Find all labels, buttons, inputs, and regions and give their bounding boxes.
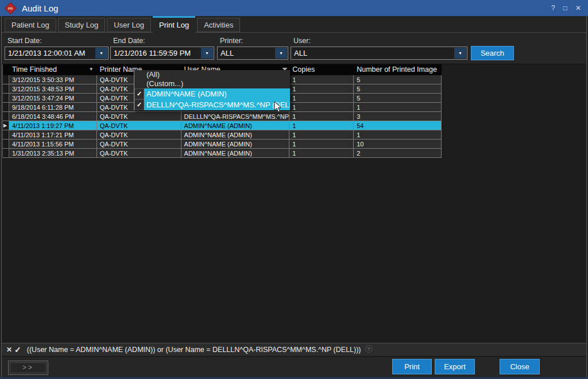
maximize-button[interactable]: □ — [563, 4, 567, 12]
user-filter-dropdown: (All) (Custom...) ✓ ADMIN^NAME (ADMIN) ✓… — [134, 70, 291, 111]
start-date-dropdown-button[interactable]: ▼ — [95, 48, 107, 59]
close-button[interactable]: Close — [500, 359, 540, 374]
mouse-cursor-icon — [274, 101, 283, 115]
table-row-selected[interactable]: ▶ 4/11/2013 1:19:27 PM QA-DVTK ADMIN^NAM… — [3, 121, 442, 130]
app-icon: PR — [5, 2, 17, 14]
main-content: Time Finished ▼ Printer Name User Name C… — [1, 64, 587, 343]
start-date-combo[interactable]: 1/21/2013 12:00:01 AM ▼ — [5, 47, 109, 60]
print-button[interactable]: Print — [392, 359, 432, 374]
window-border-right — [586, 16, 587, 377]
filter-option-all[interactable]: (All) — [134, 70, 290, 79]
checkbox — [134, 70, 144, 79]
window-border-left — [1, 16, 2, 377]
audit-log-window: PR Audit Log ? □ ✕ Patient Log Study Log… — [0, 0, 588, 379]
selected-row-indicator-icon: ▶ — [3, 123, 7, 128]
title-bar: PR Audit Log ? □ ✕ — [0, 0, 588, 16]
end-date-combo[interactable]: 1/21/2016 11:59:59 PM ▼ — [110, 47, 214, 60]
row-selector-gutter — [3, 130, 9, 140]
window-controls: ? □ ✕ — [551, 4, 581, 12]
filter-funnel-icon — [365, 345, 373, 355]
filter-expression: ((User Name = ADMIN^NAME (ADMIN)) or (Us… — [27, 346, 361, 354]
column-header-copies[interactable]: Copies — [289, 64, 354, 75]
user-label: User: — [293, 37, 311, 45]
active-filter-bar: ✕ ✓ ((User Name = ADMIN^NAME (ADMIN)) or… — [1, 343, 587, 357]
filter-panel: Start Date: 1/21/2013 12:00:01 AM ▼ End … — [1, 33, 587, 64]
tab-print-log[interactable]: Print Log — [153, 16, 195, 33]
row-selector-gutter: ▶ — [3, 121, 9, 130]
checked-checkbox[interactable]: ✓ — [134, 99, 144, 110]
chevron-down-icon: ▼ — [458, 51, 462, 55]
printer-label: Printer: — [220, 37, 243, 45]
user-value: ALL — [291, 47, 454, 59]
row-selector-gutter — [3, 112, 9, 121]
printer-dropdown-button[interactable]: ▼ — [275, 48, 287, 59]
end-date-label: End Date: — [113, 37, 145, 45]
printer-value: ALL — [218, 47, 274, 59]
tab-study-log[interactable]: Study Log — [58, 18, 106, 32]
row-selector-gutter — [3, 75, 9, 84]
row-selector-gutter — [3, 140, 9, 149]
footer-bar: >> Print Export Close — [1, 357, 587, 377]
remove-filter-button[interactable]: ✕ — [6, 346, 12, 354]
table-row[interactable]: 1/31/2013 2:35:13 PM QA-DVTK ADMIN^NAME … — [3, 149, 442, 158]
start-date-label: Start Date: — [7, 37, 42, 45]
close-window-button[interactable]: ✕ — [575, 4, 581, 12]
help-button[interactable]: ? — [551, 4, 555, 12]
chevron-down-icon: ▼ — [99, 51, 103, 55]
table-row[interactable]: 4/11/2013 1:15:56 PM QA-DVTK ADMIN^NAME … — [3, 140, 442, 149]
chevron-down-icon: ▼ — [279, 51, 283, 55]
search-button[interactable]: Search — [471, 46, 514, 60]
row-selector-gutter — [3, 84, 9, 94]
end-date-dropdown-button[interactable]: ▼ — [201, 48, 213, 59]
row-selector-header — [3, 64, 9, 75]
user-combo[interactable]: ALL ▼ — [291, 47, 467, 60]
end-date-value: 1/21/2016 11:59:59 PM — [111, 47, 200, 59]
checked-checkbox[interactable]: ✓ — [134, 88, 144, 99]
start-date-value: 1/21/2013 12:00:01 AM — [5, 47, 95, 59]
filter-option-custom[interactable]: (Custom...) — [134, 79, 290, 88]
window-title: Audit Log — [22, 3, 58, 13]
expand-button[interactable]: >> — [8, 361, 48, 375]
sort-desc-icon: ▼ — [89, 67, 94, 72]
row-selector-gutter — [3, 149, 9, 158]
table-row[interactable]: 6/18/2014 3:48:46 PM QA-DVTK DELLLN^QA-R… — [3, 112, 442, 121]
tab-user-log[interactable]: User Log — [107, 18, 151, 32]
column-header-number-printed[interactable]: Number of Printed Image — [354, 64, 442, 75]
row-selector-gutter — [3, 103, 9, 112]
checkbox — [134, 79, 144, 88]
tab-bar: Patient Log Study Log User Log Print Log… — [1, 16, 587, 33]
printer-combo[interactable]: ALL ▼ — [217, 47, 288, 60]
row-selector-gutter — [3, 94, 9, 103]
app-icon-label: PR — [8, 6, 13, 10]
table-row[interactable]: 4/11/2013 1:17:21 PM QA-DVTK ADMIN^NAME … — [3, 130, 442, 140]
user-dropdown-button[interactable]: ▼ — [454, 48, 466, 59]
tab-activities[interactable]: Activities — [197, 18, 240, 32]
column-header-time-finished[interactable]: Time Finished ▼ — [9, 64, 97, 75]
filter-option-admin[interactable]: ✓ ADMIN^NAME (ADMIN) — [134, 88, 290, 99]
filter-enabled-checkbox[interactable]: ✓ — [14, 345, 21, 354]
tab-patient-log[interactable]: Patient Log — [5, 18, 56, 32]
filter-option-dell[interactable]: ✓ DELLLN^QA-RISPACS^MM^MS.^NP (DELL) — [134, 99, 290, 110]
export-button[interactable]: Export — [435, 359, 475, 374]
chevron-down-icon: ▼ — [205, 51, 209, 55]
